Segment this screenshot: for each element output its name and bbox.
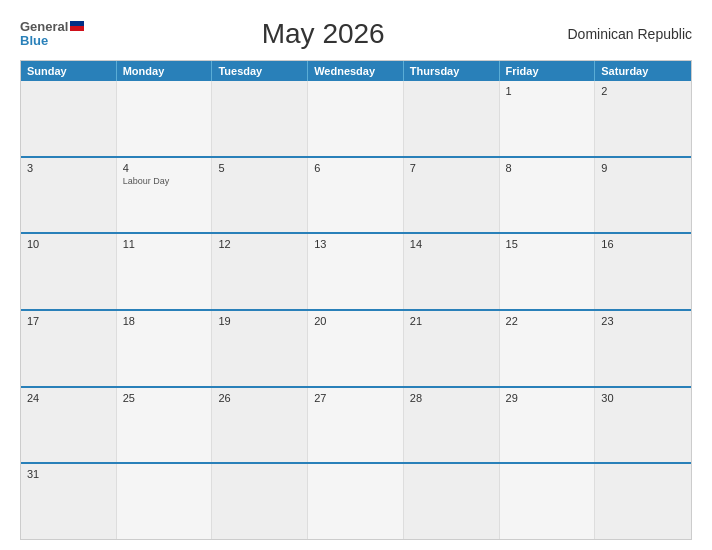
day-number: 28: [410, 392, 493, 404]
header: General Blue May 2026 Dominican Republic: [20, 18, 692, 50]
logo-flag: [70, 21, 84, 31]
day-number: 12: [218, 238, 301, 250]
cal-cell: 25: [117, 388, 213, 463]
cal-cell: 11: [117, 234, 213, 309]
day-number: 11: [123, 238, 206, 250]
calendar: SundayMondayTuesdayWednesdayThursdayFrid…: [20, 60, 692, 540]
cal-cell: 26: [212, 388, 308, 463]
day-number: 2: [601, 85, 685, 97]
week-row-2: 34Labour Day56789: [21, 156, 691, 233]
cal-cell: [404, 81, 500, 156]
cal-cell: 13: [308, 234, 404, 309]
day-number: 8: [506, 162, 589, 174]
cal-cell: [500, 464, 596, 539]
cal-cell: [117, 81, 213, 156]
cal-cell: 22: [500, 311, 596, 386]
cal-cell: 17: [21, 311, 117, 386]
day-number: 15: [506, 238, 589, 250]
day-number: 19: [218, 315, 301, 327]
calendar-body: 1234Labour Day56789101112131415161718192…: [21, 81, 691, 539]
day-number: 22: [506, 315, 589, 327]
cal-cell: [308, 464, 404, 539]
cal-cell: [404, 464, 500, 539]
day-number: 31: [27, 468, 110, 480]
logo: General Blue: [20, 20, 84, 49]
cal-cell: 9: [595, 158, 691, 233]
week-row-3: 10111213141516: [21, 232, 691, 309]
cal-cell: [595, 464, 691, 539]
cal-cell: 21: [404, 311, 500, 386]
header-day-monday: Monday: [117, 61, 213, 81]
cal-cell: 5: [212, 158, 308, 233]
day-number: 16: [601, 238, 685, 250]
logo-general: General: [20, 19, 68, 34]
cal-cell: [212, 81, 308, 156]
header-day-friday: Friday: [500, 61, 596, 81]
day-number: 18: [123, 315, 206, 327]
cal-cell: 3: [21, 158, 117, 233]
cal-cell: 14: [404, 234, 500, 309]
calendar-header: SundayMondayTuesdayWednesdayThursdayFrid…: [21, 61, 691, 81]
header-day-sunday: Sunday: [21, 61, 117, 81]
header-day-saturday: Saturday: [595, 61, 691, 81]
logo-blue: Blue: [20, 34, 48, 48]
day-number: 9: [601, 162, 685, 174]
cal-cell: 24: [21, 388, 117, 463]
country-label: Dominican Republic: [562, 26, 692, 42]
cal-cell: 27: [308, 388, 404, 463]
cal-cell: 19: [212, 311, 308, 386]
week-row-6: 31: [21, 462, 691, 539]
week-row-1: 12: [21, 81, 691, 156]
day-number: 17: [27, 315, 110, 327]
week-row-4: 17181920212223: [21, 309, 691, 386]
week-row-5: 24252627282930: [21, 386, 691, 463]
cal-cell: 23: [595, 311, 691, 386]
header-day-wednesday: Wednesday: [308, 61, 404, 81]
cal-cell: 8: [500, 158, 596, 233]
day-number: 14: [410, 238, 493, 250]
cal-cell: 20: [308, 311, 404, 386]
cal-cell: 1: [500, 81, 596, 156]
day-number: 4: [123, 162, 206, 174]
logo-text: General: [20, 20, 84, 34]
day-number: 13: [314, 238, 397, 250]
cal-cell: 4Labour Day: [117, 158, 213, 233]
day-number: 3: [27, 162, 110, 174]
day-number: 6: [314, 162, 397, 174]
day-number: 10: [27, 238, 110, 250]
day-number: 30: [601, 392, 685, 404]
cal-cell: 7: [404, 158, 500, 233]
cal-cell: 29: [500, 388, 596, 463]
cal-cell: 31: [21, 464, 117, 539]
cal-cell: [212, 464, 308, 539]
holiday-label: Labour Day: [123, 176, 206, 186]
cal-cell: 28: [404, 388, 500, 463]
cal-cell: 12: [212, 234, 308, 309]
header-day-thursday: Thursday: [404, 61, 500, 81]
cal-cell: 2: [595, 81, 691, 156]
day-number: 21: [410, 315, 493, 327]
cal-cell: 6: [308, 158, 404, 233]
page: General Blue May 2026 Dominican Republic…: [0, 0, 712, 550]
cal-cell: [21, 81, 117, 156]
day-number: 24: [27, 392, 110, 404]
day-number: 27: [314, 392, 397, 404]
cal-cell: 16: [595, 234, 691, 309]
day-number: 7: [410, 162, 493, 174]
cal-cell: [308, 81, 404, 156]
cal-cell: 15: [500, 234, 596, 309]
calendar-title: May 2026: [84, 18, 562, 50]
day-number: 25: [123, 392, 206, 404]
cal-cell: [117, 464, 213, 539]
header-day-tuesday: Tuesday: [212, 61, 308, 81]
day-number: 1: [506, 85, 589, 97]
day-number: 26: [218, 392, 301, 404]
day-number: 29: [506, 392, 589, 404]
cal-cell: 18: [117, 311, 213, 386]
day-number: 20: [314, 315, 397, 327]
day-number: 23: [601, 315, 685, 327]
day-number: 5: [218, 162, 301, 174]
cal-cell: 30: [595, 388, 691, 463]
cal-cell: 10: [21, 234, 117, 309]
